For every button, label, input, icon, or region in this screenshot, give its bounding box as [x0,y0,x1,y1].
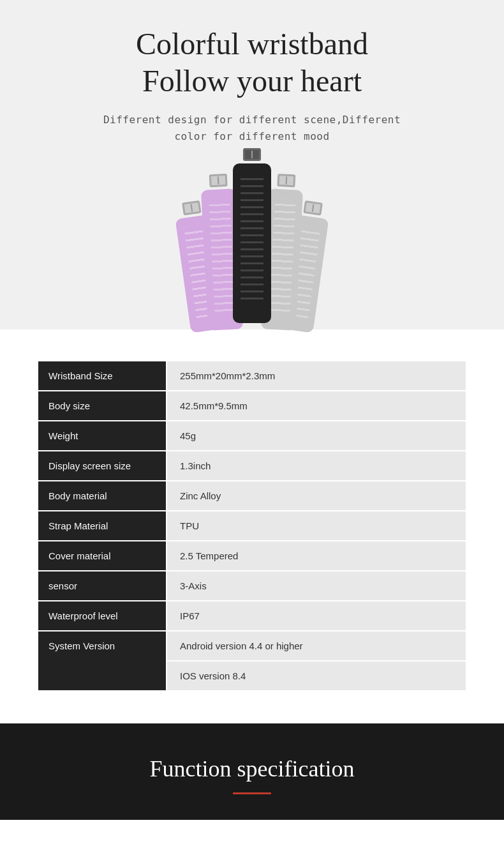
spec-label-cover-material: Cover material [38,541,166,570]
spec-row-waterproof-level: Waterproof level IP67 [38,601,466,630]
buckle-4 [277,174,295,187]
spec-row-body-size: Body size 42.5mm*9.5mm [38,391,466,420]
spec-row-wristband-size: Wristband Size 255mm*20mm*2.3mm [38,361,466,390]
hero-section: Colorful wristband Follow your heart Dif… [0,0,504,329]
band-body-3 [233,163,271,323]
hero-subtitle: Different design for different scene,Dif… [13,112,491,144]
hero-title-line1: Colorful wristband [136,27,368,61]
spec-value-android-version: Android version 4.4 or higher [167,631,466,660]
spec-value-sensor: 3-Axis [167,571,466,600]
buckle-1 [182,200,202,216]
spec-label-waterproof-level: Waterproof level [38,601,166,630]
spec-value-strap-material: TPU [167,511,466,540]
buckle-2 [209,174,227,187]
buckle-5 [303,200,323,216]
spec-label-wristband-size: Wristband Size [38,361,166,390]
band-3 [233,148,271,323]
buckle-3 [243,148,261,161]
hero-subtitle-line2: color for different mood [174,130,329,142]
spec-label-strap-material: Strap Material [38,511,166,540]
spec-value-wristband-size: 255mm*20mm*2.3mm [167,361,466,390]
function-title: Function specification [26,755,478,782]
spec-label-weight: Weight [38,421,166,450]
spec-value-weight: 45g [167,421,466,450]
hero-title: Colorful wristband Follow your heart [13,26,491,99]
hero-subtitle-line1: Different design for different scene,Dif… [103,114,401,126]
spec-value-cover-material: 2.5 Tempered [167,541,466,570]
spec-row-display-screen-size: Display screen size 1.3inch [38,451,466,480]
function-section: Function specification [0,723,504,820]
spec-value-display-screen-size: 1.3inch [167,451,466,480]
wristband-illustration [13,163,491,329]
spec-row-body-material: Body material Zinc Alloy [38,481,466,510]
spec-label-body-size: Body size [38,391,166,420]
specs-section: Wristband Size 255mm*20mm*2.3mm Body siz… [0,329,504,711]
spec-row-system-version: System Version Android version 4.4 or hi… [38,631,466,690]
spec-label-system-version: System Version [38,631,166,690]
spec-row-sensor: sensor 3-Axis [38,571,466,600]
spec-value-body-size: 42.5mm*9.5mm [167,391,466,420]
function-underline [233,792,271,794]
spec-value-waterproof-level: IP67 [167,601,466,630]
spec-row-cover-material: Cover material 2.5 Tempered [38,541,466,570]
spec-value-ios-version: IOS version 8.4 [167,662,466,690]
spec-label-display-screen-size: Display screen size [38,451,166,480]
spec-row-strap-material: Strap Material TPU [38,511,466,540]
spec-value-body-material: Zinc Alloy [167,481,466,510]
spec-row-weight: Weight 45g [38,421,466,450]
spec-label-body-material: Body material [38,481,166,510]
spec-label-sensor: sensor [38,571,166,600]
hero-title-line2: Follow your heart [142,64,362,98]
